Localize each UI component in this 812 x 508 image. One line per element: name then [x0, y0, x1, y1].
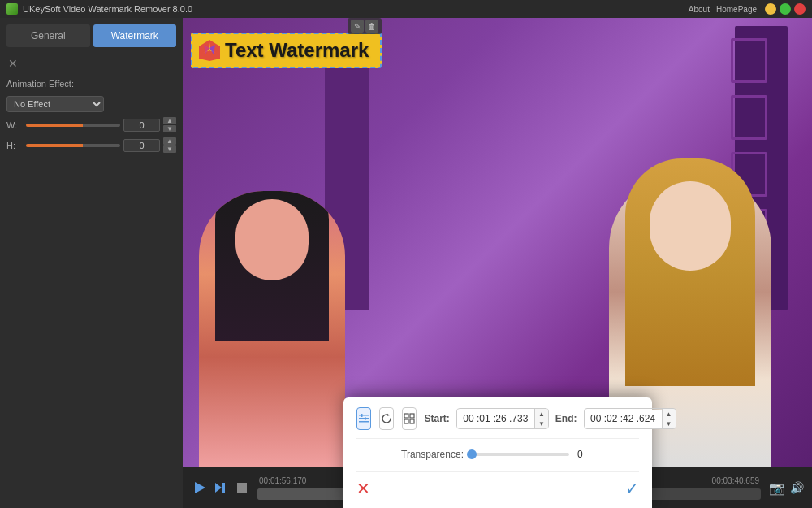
popup-cancel-button[interactable]: ✕ — [356, 479, 370, 498]
wall-rect-2 — [731, 95, 767, 140]
transparency-handle[interactable] — [467, 449, 477, 459]
no-effect-row: No Effect — [6, 96, 176, 112]
sidebar: General Watermark ✕ Animation Effect: No… — [0, 18, 183, 508]
main-container: General Watermark ✕ Animation Effect: No… — [0, 18, 812, 508]
svg-marker-4 — [195, 482, 205, 493]
popup-filter-btn[interactable] — [356, 407, 371, 430]
minimize-button[interactable] — [765, 3, 776, 15]
w-label: W: — [6, 120, 23, 130]
svg-rect-8 — [359, 415, 369, 416]
transparency-row: Transparence: 0 — [356, 449, 639, 460]
svg-rect-12 — [365, 417, 366, 420]
time-end: 00:03:40.659 — [712, 476, 759, 485]
start-time-down[interactable]: ▼ — [535, 419, 548, 428]
window-controls — [765, 3, 806, 15]
svg-marker-5 — [215, 483, 222, 493]
close-button[interactable] — [794, 3, 806, 15]
popup-grid-btn[interactable] — [402, 407, 417, 430]
watermark-logo-icon — [197, 38, 222, 63]
titlebar-nav: About HomePage — [689, 5, 757, 14]
maximize-button[interactable] — [780, 3, 791, 15]
h-slider[interactable] — [26, 144, 120, 147]
time-start: 00:01:56.170 — [259, 476, 306, 485]
w-spinner: ▲ ▼ — [163, 117, 176, 132]
h-input[interactable]: 0 — [123, 139, 160, 152]
end-time-spinners: ▲ ▼ — [662, 409, 676, 428]
titlebar: UKeySoft Video Watermark Remover 8.0.0 A… — [0, 0, 812, 18]
end-time-input-group: ▲ ▼ — [584, 408, 676, 429]
w-input[interactable]: 0 — [123, 119, 160, 132]
delete-watermark-btn[interactable]: 🗑 — [365, 20, 378, 33]
edit-watermark-btn[interactable]: ✎ — [351, 20, 364, 33]
h-label: H: — [6, 141, 23, 150]
titlebar-right: About HomePage — [689, 3, 806, 15]
popup-refresh-btn[interactable] — [379, 407, 394, 430]
w-slider[interactable] — [26, 124, 120, 127]
svg-rect-11 — [361, 414, 363, 417]
tab-watermark[interactable]: Watermark — [93, 24, 177, 47]
nav-about[interactable]: About — [689, 5, 710, 14]
svg-rect-7 — [237, 483, 247, 493]
watermark-text: Text Watermark — [225, 39, 369, 61]
svg-rect-17 — [410, 419, 414, 423]
h-spinner: ▲ ▼ — [163, 137, 176, 153]
tab-general[interactable]: General — [6, 24, 90, 47]
content-area: ✎ 🗑 Text Watermark — [183, 18, 812, 508]
person-left — [199, 191, 345, 467]
svg-rect-16 — [404, 419, 408, 423]
stop-button[interactable] — [233, 479, 251, 497]
close-row: ✕ — [6, 55, 176, 72]
end-time-down[interactable]: ▼ — [663, 419, 676, 428]
step-forward-button[interactable] — [212, 479, 230, 497]
remove-watermark-btn[interactable]: ✕ — [6, 57, 19, 70]
start-time-spinners: ▲ ▼ — [534, 409, 548, 428]
svg-rect-10 — [359, 421, 369, 423]
transparency-slider-container — [472, 453, 569, 456]
svg-rect-6 — [222, 483, 225, 493]
end-time-up[interactable]: ▲ — [663, 409, 676, 419]
watermark-box[interactable]: ✎ 🗑 Text Watermark — [191, 33, 382, 68]
popup-toolbar: Start: ▲ ▼ End: ▲ ▼ — [356, 407, 639, 439]
svg-rect-14 — [404, 414, 408, 418]
screenshot-button[interactable]: 📷 — [767, 478, 787, 497]
end-label: End: — [555, 413, 577, 424]
transparency-slider[interactable] — [472, 453, 569, 456]
h-row: H: 0 ▲ ▼ — [6, 137, 176, 153]
animation-row: Animation Effect: — [6, 76, 176, 91]
sidebar-tabs: General Watermark — [6, 24, 176, 47]
popup-confirm-button[interactable]: ✓ — [625, 479, 639, 498]
play-button[interactable] — [191, 479, 209, 497]
start-time-input[interactable] — [457, 410, 534, 428]
transparency-value: 0 — [577, 449, 594, 460]
w-row: W: 0 ▲ ▼ — [6, 117, 176, 132]
start-time-input-group: ▲ ▼ — [456, 408, 549, 429]
popup-dialog: Start: ▲ ▼ End: ▲ ▼ — [343, 397, 652, 508]
play-controls — [191, 479, 251, 497]
volume-icon: 🔊 — [790, 481, 804, 494]
popup-time-row: Start: ▲ ▼ End: ▲ ▼ — [425, 408, 676, 429]
svg-rect-15 — [410, 414, 414, 418]
nav-homepage[interactable]: HomePage — [716, 5, 757, 14]
svg-marker-13 — [387, 413, 390, 416]
end-time-input[interactable] — [585, 410, 662, 428]
popup-actions: ✕ ✓ — [356, 471, 639, 498]
start-time-up[interactable]: ▲ — [535, 409, 548, 419]
controls-right: 📷 🔊 — [767, 478, 804, 497]
watermark-toolbar: ✎ 🗑 — [348, 18, 382, 34]
titlebar-left: UKeySoft Video Watermark Remover 8.0.0 — [6, 3, 192, 15]
h-up-btn[interactable]: ▲ — [163, 137, 176, 145]
transparency-label: Transparence: — [401, 449, 464, 460]
effect-dropdown[interactable]: No Effect — [6, 96, 104, 112]
app-title: UKeySoft Video Watermark Remover 8.0.0 — [23, 4, 192, 14]
w-down-btn[interactable]: ▼ — [163, 125, 176, 132]
w-up-btn[interactable]: ▲ — [163, 117, 176, 124]
start-label: Start: — [425, 413, 450, 424]
wall-rect-1 — [731, 38, 767, 83]
app-logo — [6, 3, 18, 15]
svg-rect-9 — [359, 418, 369, 419]
h-down-btn[interactable]: ▼ — [163, 145, 176, 153]
animation-label: Animation Effect: — [6, 79, 74, 89]
